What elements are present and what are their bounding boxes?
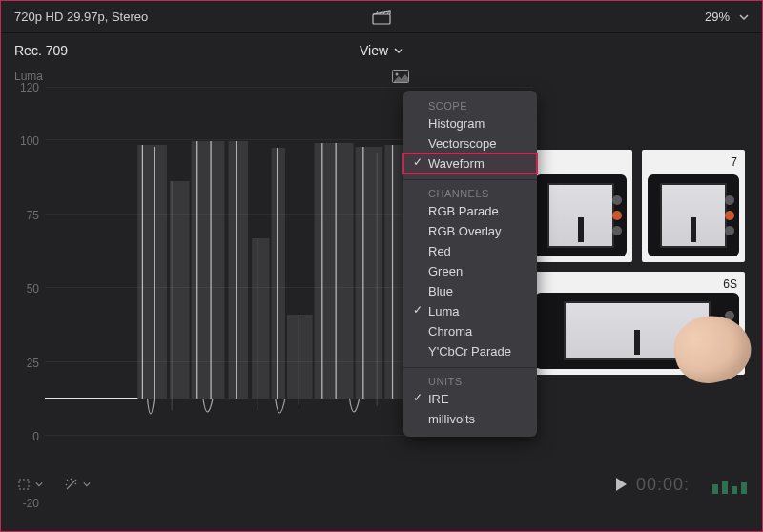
clip-thumbnail[interactable]: 6S (529, 272, 745, 375)
svg-rect-12 (315, 143, 354, 399)
tick-75: 75 (27, 209, 39, 222)
dd-item-green[interactable]: Green (403, 261, 537, 281)
clip-thumbnail[interactable] (529, 150, 632, 262)
svg-rect-10 (272, 148, 285, 399)
view-label: View (360, 43, 388, 58)
svg-rect-11 (287, 315, 313, 399)
tick-50: 50 (27, 282, 39, 296)
svg-rect-31 (19, 480, 29, 489)
clapper-icon[interactable] (372, 10, 391, 25)
dd-item-luma[interactable]: Luma (403, 301, 537, 321)
colorspace-label: Rec. 709 (14, 43, 205, 58)
dd-item-ycbcr-parade[interactable]: Y'CbCr Parade (403, 341, 537, 361)
dd-item-histogram[interactable]: Histogram (403, 113, 537, 133)
svg-rect-8 (229, 141, 248, 399)
tick-25: 25 (27, 357, 39, 370)
zoom-level[interactable]: 29% (705, 10, 730, 24)
crop-tool-button[interactable] (16, 477, 43, 492)
svg-rect-6 (170, 181, 189, 399)
svg-rect-9 (252, 238, 269, 399)
luma-axis: 120 100 75 50 25 0 -20 (1, 87, 43, 455)
format-label: 720p HD 29.97p, Stereo (14, 10, 243, 24)
play-button[interactable] (616, 478, 627, 491)
svg-rect-0 (373, 14, 390, 24)
chevron-down-icon[interactable] (739, 12, 749, 22)
tick-120: 120 (20, 81, 39, 94)
view-dropdown-menu: SCOPE Histogram Vectorscope Waveform CHA… (403, 91, 537, 437)
audio-meter (712, 475, 747, 494)
chevron-down-icon (394, 46, 403, 55)
dd-item-chroma[interactable]: Chroma (403, 321, 537, 341)
dd-section-units: UNITS (403, 374, 537, 389)
clip-thumbnail[interactable]: 7 (642, 150, 745, 262)
svg-point-2 (396, 73, 399, 76)
dd-item-ire[interactable]: IRE (403, 389, 537, 409)
effects-tool-button[interactable] (64, 477, 91, 492)
thumb-label: 7 (731, 155, 737, 169)
dd-item-rgb-overlay[interactable]: RGB Overlay (403, 221, 537, 241)
tick-100: 100 (20, 134, 39, 148)
svg-rect-13 (356, 147, 383, 399)
view-dropdown-button[interactable]: View (360, 43, 403, 58)
dd-item-waveform[interactable]: Waveform (403, 153, 537, 174)
image-icon[interactable] (392, 70, 409, 83)
dd-item-rgb-parade[interactable]: RGB Parade (403, 201, 537, 221)
dd-item-millivolts[interactable]: millivolts (403, 409, 537, 429)
svg-rect-7 (192, 141, 225, 399)
dd-section-scope: SCOPE (403, 98, 537, 113)
dd-item-blue[interactable]: Blue (403, 281, 537, 301)
dd-item-red[interactable]: Red (403, 241, 537, 261)
tick-0: 0 (32, 430, 39, 443)
dd-section-channels: CHANNELS (403, 186, 537, 201)
dd-item-vectorscope[interactable]: Vectorscope (403, 133, 537, 153)
thumb-label: 6S (723, 277, 737, 291)
timecode-display: 00:00: (636, 475, 690, 495)
